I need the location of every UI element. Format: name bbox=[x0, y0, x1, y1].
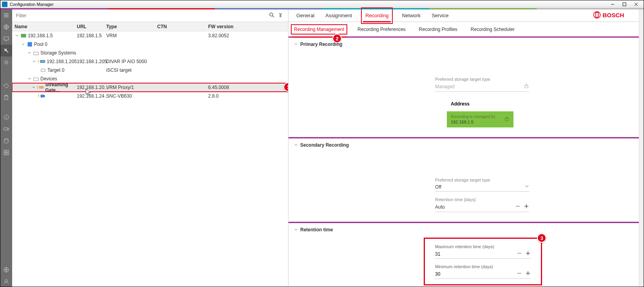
secondary-pref-label: Preferred storage target type bbox=[435, 178, 529, 182]
tree-row-storage-node[interactable]: ! 192.168.1.205 192.168.1.205 DIVAR IP A… bbox=[12, 57, 288, 66]
rail-globe2-icon[interactable] bbox=[0, 264, 12, 276]
minimize-button[interactable] bbox=[607, 1, 619, 8]
section-retention: Retention time 3 Maximum retention time … bbox=[288, 223, 644, 287]
svg-rect-24 bbox=[40, 87, 44, 89]
top-tabs: General Assignment Recording Network Ser… bbox=[288, 9, 644, 22]
subtab-recording-profiles[interactable]: Recording Profiles bbox=[417, 25, 460, 34]
filter-input[interactable] bbox=[12, 13, 268, 18]
device-tree[interactable]: 192.168.1.5 192.168.1.5 VRM 3.82.0052 Po… bbox=[12, 31, 288, 287]
col-type: Type bbox=[106, 24, 157, 29]
svg-rect-15 bbox=[7, 153, 9, 155]
svg-rect-13 bbox=[7, 150, 9, 152]
right-scrollbar[interactable] bbox=[639, 9, 644, 287]
right-panel: General Assignment Recording Network Ser… bbox=[288, 9, 644, 287]
col-name: Name bbox=[12, 24, 77, 29]
minus-icon[interactable] bbox=[517, 271, 522, 277]
svg-text:BOSCH: BOSCH bbox=[602, 12, 624, 18]
tree-row-camera[interactable]: ! 192.168.1.24… SNC-VB630 2.8.0 bbox=[12, 92, 288, 100]
expander-icon[interactable] bbox=[15, 34, 19, 37]
callout-3: 3 bbox=[537, 233, 546, 243]
rail-globe-icon[interactable] bbox=[0, 21, 12, 33]
camera-icon bbox=[40, 93, 45, 99]
subtab-recording-preferences[interactable]: Recording Preferences bbox=[355, 25, 408, 34]
primary-pref-value: Managed bbox=[435, 83, 529, 92]
svg-rect-23 bbox=[41, 69, 45, 71]
plus-icon[interactable] bbox=[525, 251, 531, 257]
target-icon bbox=[40, 67, 46, 73]
svg-point-17 bbox=[5, 280, 7, 282]
search-icon[interactable] bbox=[268, 12, 275, 19]
svg-rect-10 bbox=[4, 128, 7, 130]
plus-icon[interactable] bbox=[524, 203, 529, 210]
rail-refresh-icon[interactable] bbox=[0, 80, 12, 92]
filter-clip-icon[interactable] bbox=[278, 12, 284, 19]
tree-row-target[interactable]: Target 0 iSCSI target bbox=[12, 66, 288, 74]
secondary-pref-dropdown[interactable]: Off bbox=[435, 184, 529, 192]
rail-user-icon[interactable] bbox=[0, 276, 12, 287]
minus-icon[interactable] bbox=[517, 251, 522, 257]
close-button[interactable] bbox=[630, 1, 642, 8]
rail-gear-icon[interactable] bbox=[0, 56, 12, 68]
min-retention-stepper[interactable]: 30 bbox=[435, 271, 531, 279]
storage-icon bbox=[40, 59, 45, 64]
secondary-retention-stepper[interactable]: Auto bbox=[435, 203, 529, 212]
tab-service[interactable]: Service bbox=[432, 9, 448, 22]
svg-rect-14 bbox=[4, 153, 6, 155]
svg-rect-28 bbox=[525, 85, 528, 88]
col-fw: FW version bbox=[208, 24, 255, 29]
warn-icon: ! bbox=[37, 85, 38, 90]
minus-icon[interactable] bbox=[515, 203, 521, 210]
app-title: Configuration Manager bbox=[10, 2, 607, 7]
secondary-retention-label: Retention time [days] bbox=[435, 197, 529, 202]
vrm-icon bbox=[21, 33, 26, 38]
warn-icon: ! bbox=[38, 60, 39, 64]
expander-icon[interactable] bbox=[32, 60, 36, 63]
titlebar: Configuration Manager bbox=[0, 0, 644, 8]
tab-recording[interactable]: Recording bbox=[363, 9, 391, 22]
rail-devices-icon[interactable] bbox=[0, 33, 12, 45]
rail-menu-icon[interactable] bbox=[0, 9, 12, 21]
left-rail bbox=[0, 9, 12, 287]
max-retention-stepper[interactable]: 31 bbox=[435, 251, 531, 259]
expander-icon[interactable] bbox=[27, 51, 32, 54]
maximize-button[interactable] bbox=[619, 1, 630, 8]
rail-apps-icon[interactable] bbox=[0, 147, 12, 158]
col-url: URL bbox=[77, 24, 106, 29]
tree-row-vrm[interactable]: 192.168.1.5 192.168.1.5 VRM 3.82.0052 bbox=[12, 31, 288, 40]
subtab-recording-scheduler[interactable]: Recording Scheduler bbox=[468, 25, 517, 34]
subtab-recording-management[interactable]: Recording Management bbox=[292, 25, 346, 34]
pool-icon bbox=[27, 42, 33, 47]
rail-config-icon[interactable] bbox=[0, 45, 12, 56]
tree-row-streaming-gateway[interactable]: ! Streaming Gate… 192.168.1.20… VRM Prox… bbox=[12, 83, 288, 92]
plus-icon[interactable] bbox=[525, 271, 531, 277]
callout-2: 2 bbox=[332, 34, 342, 43]
tab-general[interactable]: General bbox=[296, 9, 314, 22]
svg-rect-1 bbox=[623, 3, 626, 6]
rail-info-icon[interactable] bbox=[0, 111, 12, 123]
svg-rect-22 bbox=[40, 60, 45, 63]
lock-icon bbox=[504, 116, 510, 123]
tab-assignment[interactable]: Assignment bbox=[325, 9, 352, 22]
content-area: Primary Recording Preferred storage targ… bbox=[288, 38, 644, 287]
lock-icon bbox=[524, 83, 529, 90]
section-header-primary[interactable]: Primary Recording bbox=[294, 42, 638, 47]
chevron-down-icon bbox=[524, 184, 529, 190]
tab-network[interactable]: Network bbox=[402, 9, 421, 22]
section-header-secondary[interactable]: Secondary Recording bbox=[294, 142, 638, 148]
expander-icon[interactable] bbox=[27, 77, 32, 80]
expander-icon[interactable] bbox=[32, 86, 36, 89]
tree-row-pool[interactable]: Pool 0 bbox=[12, 40, 288, 49]
tree-row-storage-group[interactable]: Storage Systems bbox=[12, 49, 288, 57]
retention-highlight-box: 3 Maximum retention time (days) 31 Mini bbox=[425, 239, 541, 284]
expander-icon[interactable] bbox=[21, 43, 25, 46]
rail-camera-icon[interactable] bbox=[0, 123, 12, 135]
rail-storage-icon[interactable] bbox=[0, 135, 12, 147]
svg-point-6 bbox=[5, 61, 7, 64]
min-retention-label: Minimum retention time (days) bbox=[435, 264, 531, 269]
svg-rect-26 bbox=[596, 13, 599, 17]
address-box: Recording is managed by 192.168.1.5 bbox=[447, 111, 513, 127]
rail-clipboard-icon[interactable] bbox=[0, 92, 12, 104]
gateway-icon bbox=[39, 85, 44, 90]
section-header-retention[interactable]: Retention time bbox=[294, 227, 638, 233]
svg-rect-5 bbox=[4, 37, 9, 40]
